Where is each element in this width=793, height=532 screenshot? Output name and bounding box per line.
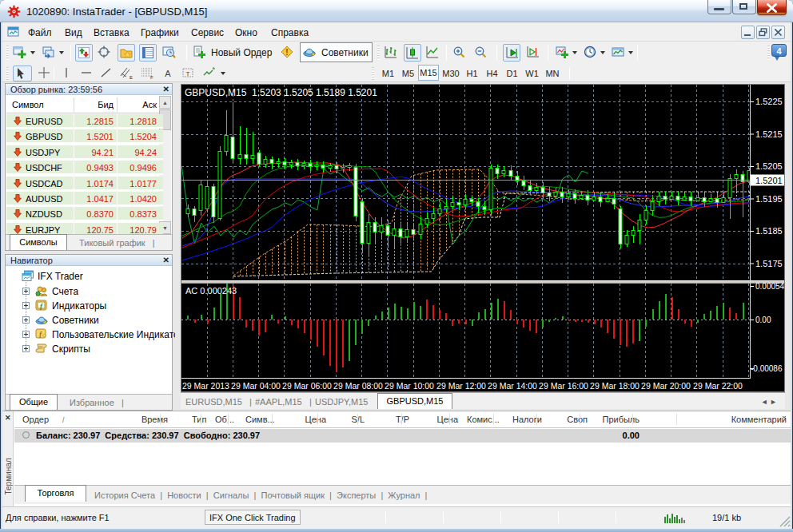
svg-text:29 Mar 18:00: 29 Mar 18:00 xyxy=(590,381,640,391)
svg-text:AC 0.000243: AC 0.000243 xyxy=(185,286,237,296)
svg-text:T: T xyxy=(186,70,190,77)
svg-text:29 Mar 22:00: 29 Mar 22:00 xyxy=(693,381,743,391)
svg-text:29 Mar 14:00: 29 Mar 14:00 xyxy=(488,381,537,391)
svg-text:0.00: 0.00 xyxy=(755,316,771,324)
svg-text:29 Mar 04:00: 29 Mar 04:00 xyxy=(231,381,281,391)
svg-text:F: F xyxy=(150,75,153,80)
svg-text:0.000541: 0.000541 xyxy=(755,282,784,291)
svg-text:29 Mar 12:00: 29 Mar 12:00 xyxy=(436,381,486,391)
svg-text:-0.00086: -0.00086 xyxy=(751,364,783,373)
svg-text:29 Mar 10:00: 29 Mar 10:00 xyxy=(385,381,434,391)
svg-text:1.5225: 1.5225 xyxy=(755,97,783,106)
svg-text:1.5175: 1.5175 xyxy=(755,259,783,268)
svg-text:1.5201: 1.5201 xyxy=(755,176,783,185)
svg-text:1.5205: 1.5205 xyxy=(755,161,783,171)
svg-text:29 Mar 16:00: 29 Mar 16:00 xyxy=(539,381,588,391)
svg-text:E: E xyxy=(130,75,133,80)
svg-text:1.5195: 1.5195 xyxy=(755,194,783,204)
svg-text:29 Mar 06:00: 29 Mar 06:00 xyxy=(282,381,332,391)
svg-text:29 Mar 2013: 29 Mar 2013 xyxy=(182,381,229,391)
svg-text:A: A xyxy=(165,69,171,78)
svg-text:29 Mar 20:00: 29 Mar 20:00 xyxy=(641,381,691,391)
svg-text:29 Mar 08:00: 29 Mar 08:00 xyxy=(333,381,383,391)
svg-text:1.5215: 1.5215 xyxy=(755,129,783,139)
svg-text:GBPUSD,M15 1.5203 1.5205 1.51: GBPUSD,M15 1.5203 1.5205 1.5189 1.5201 xyxy=(185,87,377,98)
svg-text:!: ! xyxy=(285,48,288,57)
svg-text:1.5185: 1.5185 xyxy=(755,226,783,236)
